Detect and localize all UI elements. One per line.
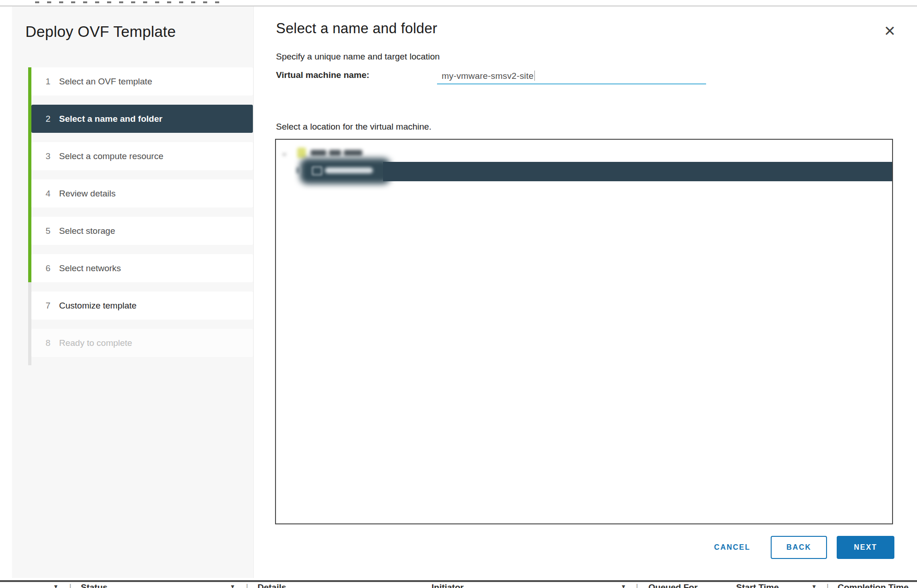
wizard-sidebar: Deploy OVF Template 1 Select an OVF temp… bbox=[12, 6, 254, 578]
dialog-title: Deploy OVF Template bbox=[25, 23, 176, 41]
cancel-button[interactable]: CANCEL bbox=[709, 540, 755, 554]
step-number: 8 bbox=[43, 338, 53, 348]
wizard-step-2-active[interactable]: 2 Select a name and folder bbox=[31, 105, 253, 133]
vm-name-input[interactable]: my-vmware-smsv2-site bbox=[437, 70, 706, 84]
tree-item-folder-selected[interactable] bbox=[383, 162, 892, 181]
column-separator: | bbox=[69, 582, 72, 588]
step-label: Customize template bbox=[59, 301, 137, 311]
step-label: Select a compute resource bbox=[59, 151, 163, 161]
wizard-footer: CANCEL BACK NEXT bbox=[709, 536, 894, 559]
wizard-steps: 1 Select an OVF template 2 Select a name… bbox=[31, 67, 253, 366]
blurred-folder-label bbox=[325, 167, 373, 173]
screenshot-root: Deploy OVF Template 1 Select an OVF temp… bbox=[0, 0, 917, 588]
step-label: Select a name and folder bbox=[59, 114, 162, 124]
host-icon bbox=[297, 148, 306, 158]
page-title: Select a name and folder bbox=[276, 20, 437, 37]
tasks-column-completion-time: Completion Time bbox=[838, 582, 909, 588]
progress-bar-active bbox=[28, 67, 31, 282]
tasks-column-start-time: Start Time bbox=[736, 582, 779, 588]
chevron-right-icon bbox=[296, 167, 300, 173]
tasks-column-status: Status bbox=[81, 582, 108, 588]
vm-name-label: Virtual machine name: bbox=[276, 70, 369, 80]
step-number: 5 bbox=[43, 226, 53, 236]
step-number: 1 bbox=[43, 77, 53, 87]
tasks-column-initiator: Initiator bbox=[432, 582, 464, 588]
wizard-step-6[interactable]: 6 Select networks bbox=[31, 254, 253, 282]
wizard-step-5[interactable]: 5 Select storage bbox=[31, 217, 253, 245]
column-separator: | bbox=[636, 582, 638, 588]
filter-icon: ▼ bbox=[621, 583, 626, 588]
text-cursor bbox=[534, 71, 535, 81]
step-label: Select networks bbox=[59, 263, 121, 273]
filter-icon: ▼ bbox=[230, 583, 235, 588]
step-label: Select an OVF template bbox=[59, 77, 152, 87]
wizard-step-3[interactable]: 3 Select a compute resource bbox=[31, 142, 253, 170]
blurred-host-label bbox=[329, 150, 341, 156]
clipped-tasks-header: ▼ | Status ▼ | Details Initiator ▼ | Que… bbox=[0, 579, 917, 588]
blurred-host-label bbox=[311, 150, 326, 156]
column-separator: | bbox=[246, 582, 248, 588]
folder-icon bbox=[312, 166, 322, 175]
step-label: Ready to complete bbox=[59, 338, 132, 348]
tasks-column-details: Details bbox=[258, 582, 286, 588]
wizard-step-4[interactable]: 4 Review details bbox=[31, 179, 253, 208]
tasks-column-queued-for: Queued For bbox=[648, 582, 698, 588]
step-number: 4 bbox=[43, 189, 53, 199]
location-prompt: Select a location for the virtual machin… bbox=[276, 122, 432, 132]
clipped-text-remnants bbox=[35, 1, 227, 3]
wizard-step-1[interactable]: 1 Select an OVF template bbox=[31, 67, 253, 95]
filter-icon: ▼ bbox=[811, 583, 817, 588]
next-button[interactable]: NEXT bbox=[837, 536, 894, 559]
vm-location-tree[interactable]: ⌄ bbox=[275, 139, 893, 524]
step-label: Select storage bbox=[59, 226, 115, 236]
step-number: 6 bbox=[43, 263, 53, 273]
wizard-step-7[interactable]: 7 Customize template bbox=[31, 291, 253, 320]
column-separator: | bbox=[827, 582, 829, 588]
wizard-content: ✕ Select a name and folder Specify a uni… bbox=[254, 6, 905, 578]
page-subtitle: Specify a unique name and target locatio… bbox=[276, 52, 440, 62]
step-number: 3 bbox=[43, 151, 53, 161]
vm-name-value: my-vmware-smsv2-site bbox=[437, 70, 533, 81]
step-number: 2 bbox=[43, 114, 53, 124]
back-button[interactable]: BACK bbox=[771, 536, 827, 559]
chevron-down-icon: ⌄ bbox=[281, 149, 288, 157]
blurred-host-label bbox=[344, 150, 362, 156]
step-number: 7 bbox=[43, 301, 53, 311]
tasks-pane-border bbox=[0, 580, 917, 582]
close-icon[interactable]: ✕ bbox=[882, 22, 898, 40]
filter-icon: ▼ bbox=[53, 583, 59, 588]
step-label: Review details bbox=[59, 189, 116, 199]
progress-bar-remaining bbox=[28, 282, 31, 365]
wizard-step-8-disabled: 8 Ready to complete bbox=[31, 329, 253, 357]
